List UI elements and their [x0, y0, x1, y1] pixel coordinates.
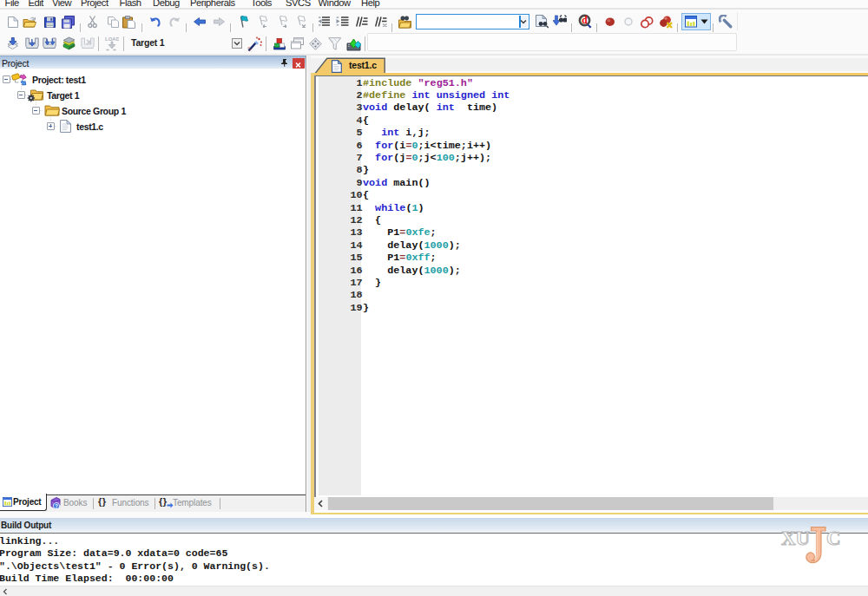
svg-text:XU: XU — [781, 527, 811, 549]
svg-text:d: d — [582, 15, 588, 25]
svg-text:?: ? — [55, 502, 58, 508]
svg-text:C: C — [826, 527, 841, 549]
svg-text:LOAD: LOAD — [105, 36, 119, 42]
